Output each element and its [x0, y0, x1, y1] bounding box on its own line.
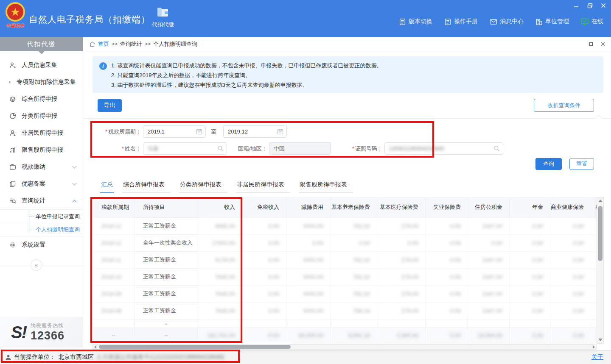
id-number-input[interactable]	[385, 143, 503, 154]
table-row[interactable]: 2019-12正常工资薪金9985.000.005000.00762.52279…	[93, 217, 597, 234]
search-icon[interactable]	[493, 145, 500, 152]
tab-nonresident-income[interactable]: 非居民所得申报表	[236, 181, 290, 193]
table-row[interactable]: 2019-08正常工资薪金7645.000.005000.00798.24279…	[93, 302, 597, 319]
sidebar-item-comprehensive-income[interactable]: 综合所得申报	[0, 91, 83, 108]
period-cell: 2019-09	[93, 285, 135, 302]
total-value-cell: 2,960.40	[377, 328, 426, 343]
value-cell: 0.00	[242, 251, 286, 268]
total-value-cell: 18,564.00	[468, 328, 510, 343]
restore-button[interactable]	[586, 2, 593, 9]
period-cell: 2019-11	[93, 251, 135, 268]
sidebar-item-preferential-filing[interactable]: 优惠备案	[0, 175, 83, 192]
chevron-up-icon	[73, 200, 77, 204]
id-number-label: *证照号码：	[352, 145, 383, 153]
id-number-field[interactable]	[384, 142, 503, 155]
unit-management-button[interactable]: 单位管理	[535, 18, 569, 25]
gear-icon	[9, 242, 16, 248]
sidebar-collapse-button[interactable]: «	[31, 259, 42, 271]
reset-button[interactable]: 重置	[569, 158, 594, 170]
close-button[interactable]	[600, 2, 607, 9]
panel-maximize-button[interactable]	[588, 41, 594, 47]
total-value-cell: 0.00	[550, 328, 591, 343]
breadcrumb-home[interactable]: 首页	[98, 40, 109, 48]
sidebar-item-classified-income[interactable]: 分类所得申报	[0, 108, 83, 125]
period-to-field[interactable]	[223, 125, 287, 138]
sidebar-item-label: 非居民所得申报	[22, 129, 76, 137]
value-cell	[591, 302, 597, 319]
tab-restricted-shares[interactable]: 限售股所得申报表	[299, 181, 353, 193]
online-status-label: 在线	[591, 18, 603, 25]
horizontal-scroll-thumb[interactable]	[99, 345, 291, 349]
table-row[interactable]: 2019-09正常工资薪金7645.000.005000.00762.52279…	[93, 285, 597, 302]
total-period-cell: --	[93, 328, 135, 343]
about-link[interactable]: 关于	[591, 353, 603, 361]
sidebar-header-caret	[39, 51, 45, 54]
version-switch-button[interactable]: 版本切换	[399, 18, 432, 25]
header-tab-withholding[interactable]: 代扣代缴	[149, 7, 177, 28]
column-header: 收入	[198, 197, 242, 217]
scroll-right-arrow[interactable]	[593, 345, 595, 349]
name-label: *姓名：	[83, 145, 141, 153]
tab-classified-income[interactable]: 分类所得申报表	[179, 181, 227, 193]
sidebar-menu: 人员信息采集 专项附加扣除信息采集 综合所得申报 分类所得申报 非居民所得申报 …	[0, 57, 83, 271]
wallet-outline-icon	[9, 164, 16, 170]
tab-comprehensive-income[interactable]: 综合所得申报表	[122, 181, 171, 193]
period-from-field[interactable]	[143, 125, 206, 138]
period-row: *税款所属期： 至	[83, 125, 287, 138]
table-row[interactable]: 2019-11正常工资薪金9178.000.005000.00762.52279…	[93, 251, 597, 268]
calendar-icon[interactable]	[277, 128, 283, 135]
national-emblem-icon	[5, 2, 25, 22]
sidebar-subitem-unit-declaration-query[interactable]: 单位申报记录查询	[0, 209, 83, 223]
required-asterisk: *	[105, 128, 107, 135]
search-icon[interactable]	[217, 145, 224, 152]
sidebar-item-tax-payment[interactable]: 税款缴纳	[0, 158, 83, 175]
value-cell: 7645.00	[198, 268, 242, 285]
message-center-button[interactable]: 消息中心	[490, 18, 524, 25]
table-row[interactable]: 2019-10正常工资薪金7645.000.005000.00762.52279…	[93, 268, 597, 285]
vertical-scroll-thumb[interactable]	[598, 206, 603, 261]
column-header: 年金	[510, 197, 550, 217]
value-cell: 7645.00	[198, 302, 242, 319]
name-input[interactable]	[143, 143, 227, 154]
scroll-left-arrow[interactable]	[94, 345, 96, 349]
table-row[interactable]: 2019-12全年一次性奖金收入27500.000.000.000.000.00…	[93, 234, 597, 251]
query-button[interactable]: 查询	[535, 158, 562, 170]
sidebar-item-special-deduction[interactable]: 专项附加扣除信息采集	[0, 74, 83, 91]
export-button[interactable]: 导出	[98, 99, 122, 112]
unit-management-label: 单位管理	[545, 18, 569, 25]
status-bar: 当前操作单位：北京市西城区人力资源公共服务中心(12110102199MA018…	[0, 350, 611, 364]
sidebar-item-restricted-shares[interactable]: 限售股所得申报	[0, 142, 83, 158]
horizontal-scrollbar[interactable]	[92, 344, 597, 350]
scroll-down-arrow[interactable]	[598, 339, 603, 341]
pie-chart-icon	[9, 113, 16, 119]
value-cell: 798.24	[331, 302, 377, 319]
value-cell: 5000.00	[286, 268, 331, 285]
value-cell: 2347.00	[468, 285, 510, 302]
minimize-button[interactable]	[573, 2, 580, 9]
value-cell: 0.00	[510, 251, 550, 268]
sidebar-subitem-personal-withholding-query[interactable]: 个人扣缴明细查询	[0, 223, 83, 236]
value-cell: 0.00	[550, 217, 591, 234]
current-unit-blurred: 人力资源公共服务中心(12110102199MA018648)	[96, 353, 224, 361]
table-total-row: ----161,741.000.0060,000.008,991.162,960…	[93, 328, 597, 343]
sidebar-item-query-statistics[interactable]: 查询统计	[0, 192, 83, 209]
name-field[interactable]	[143, 142, 227, 155]
sidebar-item-nonresident-income[interactable]: 非居民所得申报	[0, 125, 83, 142]
online-status[interactable]: 在线	[581, 18, 603, 25]
scroll-up-arrow[interactable]	[598, 200, 603, 202]
value-cell	[591, 285, 597, 302]
value-cell: 0.00	[550, 285, 591, 302]
vertical-scrollbar[interactable]	[597, 197, 604, 344]
calendar-icon[interactable]	[196, 128, 202, 135]
panel-close-button[interactable]	[600, 41, 606, 47]
tab-summary[interactable]: 汇总	[100, 181, 114, 193]
value-cell: 279.00	[377, 268, 426, 285]
header-tab-label: 代扣代缴	[149, 21, 177, 28]
total-value-cell: 0.00	[242, 328, 286, 343]
collapse-filters-button[interactable]: 收折查询条件	[534, 99, 594, 112]
value-cell: 0.00	[510, 268, 550, 285]
sidebar-item-personnel-info[interactable]: 人员信息采集	[0, 57, 83, 74]
sidebar-item-system-settings[interactable]: 系统设置	[0, 236, 83, 253]
value-cell: 9985.00	[198, 217, 242, 234]
manual-button[interactable]: 操作手册	[444, 18, 478, 25]
